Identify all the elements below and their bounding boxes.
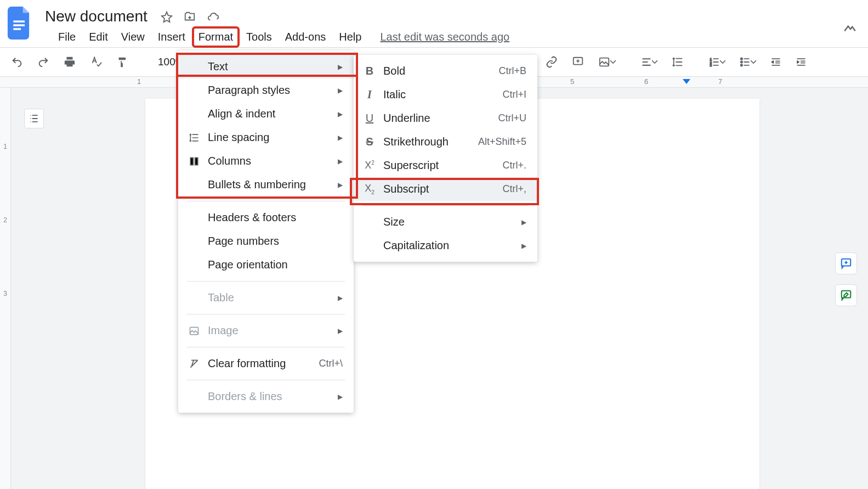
svg-point-8 bbox=[740, 58, 742, 60]
clear-icon bbox=[188, 358, 200, 369]
bulleted-list-button[interactable] bbox=[735, 53, 761, 71]
S-icon: S bbox=[364, 136, 376, 148]
menu-item-label: Subscript bbox=[383, 183, 495, 195]
menu-addons[interactable]: Add-ons bbox=[280, 27, 332, 47]
menu-item-label: Headers & footers bbox=[208, 211, 343, 224]
menu-shortcut: Ctrl+I bbox=[502, 89, 526, 100]
submenu-arrow-icon: ▶ bbox=[338, 181, 343, 189]
text-menu-item-superscript[interactable]: X2SuperscriptCtrl+. bbox=[354, 154, 537, 177]
star-icon[interactable] bbox=[161, 11, 173, 23]
text-submenu: BBoldCtrl+BIItalicCtrl+IUUnderlineCtrl+U… bbox=[354, 55, 537, 262]
redo-button[interactable] bbox=[33, 53, 54, 71]
explore-icon[interactable] bbox=[843, 21, 857, 35]
menu-item-label: Page numbers bbox=[208, 235, 343, 248]
text-menu-item-strikethrough[interactable]: SStrikethroughAlt+Shift+5 bbox=[354, 130, 537, 154]
menu-item-label: Strikethrough bbox=[383, 136, 470, 148]
ls-icon bbox=[188, 132, 200, 143]
menu-shortcut: Ctrl+, bbox=[502, 183, 526, 195]
docs-logo[interactable] bbox=[7, 7, 34, 40]
last-edit-link[interactable]: Last edit was seconds ago bbox=[380, 31, 509, 43]
text-menu-item-subscript[interactable]: X2SubscriptCtrl+, bbox=[354, 177, 537, 201]
menu-item-label: Bullets & numbering bbox=[208, 178, 330, 191]
menu-shortcut: Ctrl+B bbox=[498, 65, 526, 77]
menu-view[interactable]: View bbox=[116, 27, 150, 47]
svg-text:3: 3 bbox=[710, 64, 711, 67]
menu-item-label: Table bbox=[208, 291, 330, 304]
cloud-status-icon[interactable] bbox=[207, 11, 220, 23]
document-outline-button[interactable] bbox=[24, 109, 44, 128]
format-menu-item-text[interactable]: Text▶ bbox=[178, 55, 354, 78]
menu-item-label: Image bbox=[208, 324, 330, 337]
right-indent-marker[interactable] bbox=[683, 79, 690, 84]
menu-shortcut: Ctrl+U bbox=[498, 113, 526, 124]
paint-format-button[interactable] bbox=[112, 53, 133, 71]
menu-item-label: Superscript bbox=[383, 159, 495, 172]
menu-bar: File Edit View Insert Format Tools Add-o… bbox=[0, 26, 868, 47]
I-icon: I bbox=[364, 88, 376, 101]
add-comment-side-button[interactable] bbox=[835, 252, 857, 274]
submenu-arrow-icon: ▶ bbox=[338, 110, 343, 118]
spellcheck-button[interactable] bbox=[86, 53, 106, 71]
X2-icon: X2 bbox=[364, 160, 376, 171]
line-spacing-button[interactable] bbox=[667, 53, 688, 71]
menu-shortcut: Ctrl+. bbox=[502, 160, 526, 171]
submenu-arrow-icon: ▶ bbox=[338, 327, 343, 335]
format-menu-item-page-orientation[interactable]: Page orientation bbox=[178, 253, 354, 277]
move-icon[interactable] bbox=[184, 11, 196, 23]
svg-rect-0 bbox=[13, 20, 25, 22]
menu-item-label: Paragraph styles bbox=[208, 84, 330, 97]
svg-rect-1 bbox=[13, 24, 25, 26]
B-icon: B bbox=[364, 65, 376, 77]
format-menu-item-columns[interactable]: Columns▶ bbox=[178, 149, 354, 173]
menu-item-label: Underline bbox=[383, 112, 490, 125]
decrease-indent-button[interactable] bbox=[766, 53, 786, 71]
format-menu-item-line-spacing[interactable]: Line spacing▶ bbox=[178, 126, 354, 149]
X2s-icon: X2 bbox=[364, 183, 376, 195]
align-button[interactable] bbox=[637, 53, 662, 71]
submenu-arrow-icon: ▶ bbox=[338, 87, 343, 94]
menu-shortcut: Ctrl+\ bbox=[319, 358, 343, 369]
format-menu-item-borders-lines: Borders & lines▶ bbox=[178, 385, 354, 408]
menu-tools[interactable]: Tools bbox=[241, 27, 277, 47]
format-menu-item-headers-footers[interactable]: Headers & footers bbox=[178, 206, 354, 229]
print-button[interactable] bbox=[59, 53, 80, 71]
submenu-arrow-icon: ▶ bbox=[338, 294, 343, 302]
menu-file[interactable]: File bbox=[53, 27, 81, 47]
text-menu-item-bold[interactable]: BBoldCtrl+B bbox=[354, 59, 537, 83]
submenu-arrow-icon: ▶ bbox=[521, 242, 526, 250]
menu-help[interactable]: Help bbox=[333, 27, 367, 47]
format-menu-item-clear-formatting[interactable]: Clear formattingCtrl+\ bbox=[178, 352, 354, 375]
increase-indent-button[interactable] bbox=[791, 53, 811, 71]
format-menu-item-page-numbers[interactable]: Page numbers bbox=[178, 229, 354, 253]
text-menu-item-size[interactable]: Size▶ bbox=[354, 210, 537, 234]
menu-insert[interactable]: Insert bbox=[152, 27, 191, 47]
menu-item-label: Italic bbox=[383, 88, 495, 101]
menu-item-label: Text bbox=[208, 60, 330, 73]
vertical-ruler[interactable]: 1 2 3 bbox=[0, 88, 11, 489]
img-icon bbox=[188, 325, 200, 336]
numbered-list-button[interactable]: 123 bbox=[705, 53, 730, 71]
format-menu: Text▶Paragraph styles▶Align & indent▶Lin… bbox=[178, 50, 354, 413]
menu-item-label: Line spacing bbox=[208, 131, 330, 144]
menu-edit[interactable]: Edit bbox=[83, 27, 113, 47]
format-menu-item-align-indent[interactable]: Align & indent▶ bbox=[178, 102, 354, 126]
format-menu-item-paragraph-styles[interactable]: Paragraph styles▶ bbox=[178, 78, 354, 102]
menu-item-label: Borders & lines bbox=[208, 390, 330, 403]
menu-item-label: Bold bbox=[383, 65, 491, 77]
add-comment-button[interactable] bbox=[568, 53, 588, 71]
document-title[interactable]: New document bbox=[45, 8, 147, 25]
insert-image-button[interactable] bbox=[594, 53, 620, 71]
format-menu-item-bullets-numbering[interactable]: Bullets & numbering▶ bbox=[178, 173, 354, 196]
text-menu-item-capitalization[interactable]: Capitalization▶ bbox=[354, 234, 537, 257]
text-menu-item-underline[interactable]: UUnderlineCtrl+U bbox=[354, 106, 537, 130]
text-menu-item-italic[interactable]: IItalicCtrl+I bbox=[354, 83, 537, 106]
title-bar: New document bbox=[0, 0, 868, 26]
submenu-arrow-icon: ▶ bbox=[521, 218, 526, 226]
undo-button[interactable] bbox=[7, 53, 27, 71]
U-icon: U bbox=[364, 112, 376, 125]
insert-link-button[interactable] bbox=[541, 53, 562, 71]
menu-item-label: Page orientation bbox=[208, 258, 343, 271]
menu-format[interactable]: Format bbox=[193, 27, 239, 47]
svg-point-9 bbox=[740, 61, 742, 63]
suggest-edits-side-button[interactable] bbox=[835, 284, 857, 306]
